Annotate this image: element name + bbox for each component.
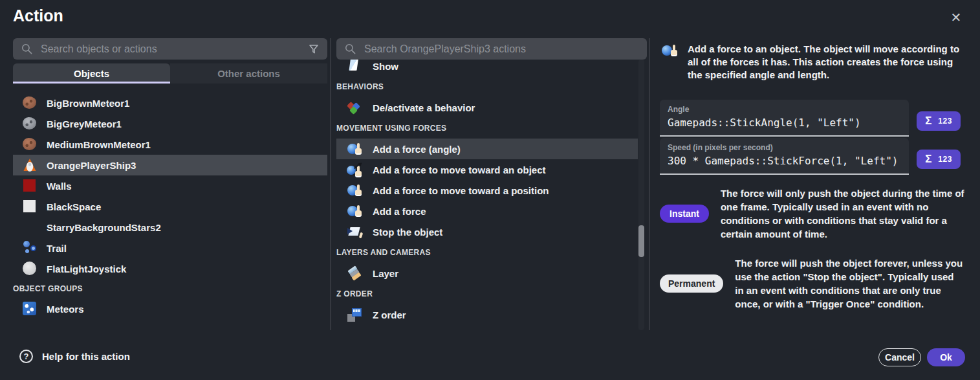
force-icon — [347, 203, 362, 219]
search-icon — [344, 43, 356, 55]
stop-icon — [347, 224, 362, 240]
brown-meteor-icon — [22, 95, 38, 111]
object-label: Walls — [47, 181, 72, 192]
action-row-add-force-angle[interactable]: Add a force (angle) — [336, 139, 638, 159]
object-label: BlackSpace — [47, 201, 101, 212]
tab-other-actions[interactable]: Other actions — [170, 63, 327, 84]
scrollbar-thumb[interactable] — [638, 225, 644, 257]
speed-field[interactable]: Speed (in pixels per second) 300 * Gamep… — [660, 138, 909, 175]
permanent-description: The force will push the object forever, … — [735, 256, 965, 311]
object-label: FlatLightJoystick — [47, 263, 126, 274]
action-row-show[interactable]: Show — [336, 60, 638, 76]
action-row-stop-object[interactable]: Stop the object — [336, 221, 638, 242]
instant-description: The force will only push the object duri… — [721, 186, 965, 241]
filter-icon[interactable] — [308, 43, 320, 55]
force-toward-object-icon — [347, 162, 362, 177]
speed-field-value[interactable]: 300 * Gamepads::StickForce(1, "Left") — [668, 155, 901, 167]
angle-expression-button[interactable]: Σ 123 — [917, 111, 961, 131]
speed-expression-button[interactable]: Σ 123 — [917, 150, 961, 169]
tab-objects-label: Objects — [74, 68, 109, 79]
tab-other-actions-label: Other actions — [217, 68, 280, 79]
object-label: MediumBrownMeteor1 — [47, 139, 151, 150]
scrollbar-track[interactable] — [638, 60, 644, 330]
action-label: Add a force (angle) — [373, 144, 461, 155]
object-label: Trail — [47, 243, 67, 254]
angle-field-label: Angle — [668, 105, 901, 114]
object-label: BigGreyMeteor1 — [47, 118, 122, 129]
instant-badge[interactable]: Instant — [660, 205, 709, 223]
group-label: Meteors — [47, 304, 84, 315]
force-angle-icon — [347, 141, 362, 157]
action-dialog: Action ✕ Search objects or actions Objec… — [0, 0, 980, 380]
section-movement-using-forces: MOVEMENT USING FORCES — [336, 118, 638, 139]
tab-objects[interactable]: Objects — [13, 63, 170, 84]
action-label: Add a force to move toward an object — [373, 164, 546, 175]
close-icon[interactable]: ✕ — [946, 8, 966, 27]
group-row-meteors[interactable]: Meteors — [13, 298, 327, 319]
action-label: Show — [373, 61, 398, 72]
grey-meteor-icon — [22, 116, 38, 131]
layer-icon — [347, 265, 362, 281]
z-order-icon — [347, 307, 362, 322]
active-tab-underline — [13, 82, 170, 84]
cancel-button[interactable]: Cancel — [878, 348, 921, 366]
instant-mode-row: Instant The force will only push the obj… — [660, 186, 965, 241]
object-label: OrangePlayerShip3 — [47, 160, 136, 171]
action-row-add-force-toward-object[interactable]: Add a force to move toward an object — [336, 159, 638, 180]
object-groups-header: OBJECT GROUPS — [13, 279, 327, 298]
object-label: StarryBackgroundStars2 — [47, 222, 161, 233]
sigma-icon: Σ — [925, 153, 931, 166]
action-list: Show BEHAVIORS De/activate a behavior MO… — [336, 60, 638, 330]
object-row-trail[interactable]: Trail — [13, 238, 327, 258]
action-row-layer[interactable]: Layer — [336, 263, 638, 284]
red-square-icon — [22, 178, 38, 194]
numbers-icon: 123 — [938, 117, 952, 126]
angle-field[interactable]: Angle Gamepads::StickAngle(1, "Left") — [660, 100, 909, 137]
page-title: Action — [13, 6, 63, 25]
search-actions-input[interactable]: Search OrangePlayerShip3 actions — [336, 38, 647, 60]
sigma-icon: Σ — [925, 115, 931, 128]
action-row-deactivate-behavior[interactable]: De/activate a behavior — [336, 97, 638, 118]
numbers-icon: 123 — [938, 155, 952, 164]
action-label: Stop the object — [373, 227, 442, 238]
object-row-walls[interactable]: Walls — [13, 175, 327, 196]
white-square-icon — [22, 199, 38, 214]
help-link[interactable]: ? Help for this action — [19, 350, 130, 363]
action-row-add-force-toward-position[interactable]: Add a force to move toward a position — [336, 180, 638, 201]
object-label: BigBrownMeteor1 — [47, 98, 129, 109]
panel-divider — [331, 38, 331, 330]
object-row-blackspace[interactable]: BlackSpace — [13, 196, 327, 217]
action-description-icon — [661, 43, 678, 60]
blue-particles-icon — [22, 240, 38, 256]
action-row-add-force[interactable]: Add a force — [336, 201, 638, 221]
force-position-icon — [347, 183, 362, 198]
action-description: Add a force to an object. The object wil… — [661, 43, 963, 82]
section-z-order: Z ORDER — [336, 284, 638, 304]
object-row-biggreymeteor1[interactable]: BigGreyMeteor1 — [13, 113, 327, 134]
permanent-badge[interactable]: Permanent — [660, 274, 723, 293]
action-description-text: Add a force to an object. The object wil… — [688, 43, 963, 82]
help-icon: ? — [19, 350, 33, 363]
object-row-starrybackgroundstars2[interactable]: StarryBackgroundStars2 — [13, 217, 327, 238]
search-placeholder: Search OrangePlayerShip3 actions — [364, 43, 639, 55]
search-icon — [21, 43, 33, 55]
object-row-orangeplayership3[interactable]: OrangePlayerShip3 — [13, 155, 327, 175]
brown-meteor-icon — [22, 137, 38, 152]
object-row-bigbrownmeteor1[interactable]: BigBrownMeteor1 — [13, 93, 327, 113]
show-icon — [347, 60, 362, 74]
object-row-flatlightjoystick[interactable]: FlatLightJoystick — [13, 258, 327, 279]
ok-button[interactable]: Ok — [927, 348, 965, 366]
section-behaviors: BEHAVIORS — [336, 76, 638, 97]
object-row-mediumbrownmeteor1[interactable]: MediumBrownMeteor1 — [13, 134, 327, 155]
object-list: BigBrownMeteor1 BigGreyMeteor1 MediumBro… — [13, 93, 327, 319]
speed-field-label: Speed (in pixels per second) — [668, 143, 901, 152]
empty-icon — [22, 219, 38, 235]
help-label: Help for this action — [42, 351, 130, 362]
left-tabs: Objects Other actions — [13, 63, 327, 84]
angle-field-value[interactable]: Gamepads::StickAngle(1, "Left") — [668, 117, 901, 129]
action-row-z-order[interactable]: Z order — [336, 304, 638, 325]
search-objects-input[interactable]: Search objects or actions — [13, 38, 327, 60]
meteor-group-icon — [22, 301, 38, 317]
action-label: Add a force to move toward a position — [373, 185, 549, 196]
panel-divider — [649, 38, 649, 330]
